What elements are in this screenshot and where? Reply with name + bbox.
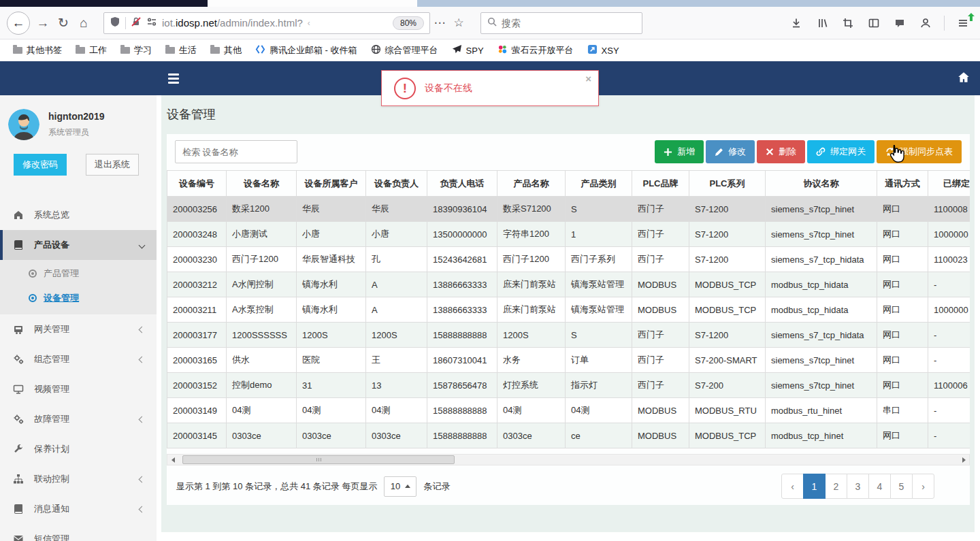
bookmark-spy[interactable]: SPY — [447, 42, 489, 59]
sidebar-item-device-management[interactable]: 设备管理 — [0, 286, 157, 310]
page-2[interactable]: 2 — [825, 474, 847, 499]
bind-gateway-button[interactable]: 绑定网关 — [807, 140, 875, 163]
forward-button[interactable]: → — [33, 13, 53, 33]
col-bound-gateway[interactable]: 已绑定网关 — [928, 171, 970, 197]
page-prev[interactable]: ‹ — [781, 474, 804, 499]
col-phone[interactable]: 负责人电话 — [427, 171, 497, 197]
screenshot-button[interactable] — [838, 13, 858, 33]
bookmarks-bar: 其他书签 工作 学习 生活 其他 腾讯企业邮箱 - 收件箱 综合管理平台 SPY… — [0, 39, 980, 61]
col-customer[interactable]: 设备所属客户 — [297, 171, 366, 197]
horizontal-scrollbar[interactable] — [167, 454, 970, 465]
cell-owner: A — [366, 297, 427, 323]
back-button[interactable]: ← — [7, 12, 30, 35]
col-comm-method[interactable]: 通讯方式 — [877, 171, 928, 197]
bookmark-work[interactable]: 工作 — [71, 42, 112, 59]
site-permissions-icon[interactable] — [146, 16, 157, 30]
bookmark-other[interactable]: 其他书签 — [8, 42, 67, 59]
downloads-button[interactable] — [786, 13, 806, 33]
bookmark-life[interactable]: 生活 — [161, 42, 201, 59]
sidebar-item-sms-management[interactable]: 短信管理 — [0, 524, 157, 541]
table-row[interactable]: 200003165 供水 医院 王 18607310041 水务 订单 西门子 … — [167, 348, 970, 373]
cell-device-id: 200003212 — [167, 272, 227, 297]
sidebar-toggle-button[interactable] — [168, 71, 180, 85]
col-device-name[interactable]: 设备名称 — [227, 171, 297, 197]
account-button[interactable] — [915, 13, 936, 33]
cell-customer: 31 — [297, 373, 366, 398]
bookmark-ezviz[interactable]: 萤石云开放平台 — [493, 42, 578, 59]
cell-device-name: 1200SSSSSS — [227, 323, 297, 348]
cell-bound-gateway: 1100008 — [928, 197, 970, 222]
browser-search-box[interactable] — [480, 12, 642, 34]
col-device-id[interactable]: 设备编号 — [167, 171, 227, 197]
scrollbar-thumb[interactable] — [182, 455, 455, 464]
insecure-lock-icon[interactable] — [131, 16, 142, 30]
bookmark-tencent-mail[interactable]: 腾讯企业邮箱 - 收件箱 — [250, 42, 362, 59]
bookmark-star-button[interactable]: ☆ — [449, 14, 468, 33]
library-button[interactable] — [812, 13, 832, 33]
add-button[interactable]: 新增 — [655, 140, 704, 163]
sidebars-button[interactable] — [864, 13, 884, 33]
app-menu-button[interactable] — [953, 13, 973, 33]
reader-mode-icon[interactable]: ‹ — [308, 18, 310, 28]
browser-search-input[interactable] — [502, 18, 636, 29]
browser-home-button[interactable]: ⌂ — [74, 13, 94, 33]
page-4[interactable]: 4 — [868, 474, 891, 499]
zoom-level-badge[interactable]: 80% — [393, 16, 424, 30]
sidebar-item-configuration-management[interactable]: 组态管理 — [0, 344, 157, 374]
table-row[interactable]: 200003256 数采1200 华辰 华辰 18390936104 数采S71… — [167, 197, 970, 222]
alert-close-button[interactable]: × — [585, 73, 591, 84]
tracking-shield-icon[interactable] — [110, 16, 120, 30]
device-search-input[interactable] — [175, 140, 297, 163]
scroll-left-arrow[interactable] — [167, 455, 178, 465]
bookmark-label: 萤石云开放平台 — [512, 44, 574, 56]
logout-button[interactable]: 退出系统 — [86, 154, 139, 176]
table-row[interactable]: 200003152 控制demo 31 13 15878656478 灯控系统 … — [167, 373, 970, 398]
cell-protocol: siemens_s7_tcp_hidata — [766, 323, 877, 348]
table-row[interactable]: 200003145 0303ce 0303ce 0303ce 158888888… — [167, 423, 970, 448]
change-password-button[interactable]: 修改密码 — [14, 154, 67, 176]
table-row[interactable]: 200003149 04测 04测 04测 15888888888 04测 04… — [167, 398, 970, 423]
bookmark-study[interactable]: 学习 — [116, 42, 157, 59]
url-bar[interactable]: iot.idosp.net/admin/index.html? ‹ 80% — [103, 12, 430, 34]
sidebar-item-system-overview[interactable]: 系统总览 — [0, 200, 157, 230]
sidebar-item-maintenance-plan[interactable]: 保养计划 — [0, 434, 157, 464]
reload-button[interactable]: ↻ — [53, 13, 74, 33]
sidebar-item-linkage-control[interactable]: 联动控制 — [0, 464, 157, 494]
sidebar-item-product-device[interactable]: 产品设备 — [0, 230, 157, 260]
sidebar-item-product-management[interactable]: 产品管理 — [0, 261, 157, 286]
col-plc-series[interactable]: PLC系列 — [689, 171, 766, 197]
scroll-right-arrow[interactable] — [958, 455, 969, 465]
sidebar-item-fault-management[interactable]: 故障管理 — [0, 404, 157, 434]
page-5[interactable]: 5 — [890, 474, 913, 499]
table-row[interactable]: 200003248 小唐测试 小唐 小唐 13500000000 字符串1200… — [167, 222, 970, 247]
col-plc-brand[interactable]: PLC品牌 — [632, 171, 689, 197]
sidebar-item-video-management[interactable]: 视频管理 — [0, 374, 157, 404]
col-product-name[interactable]: 产品名称 — [497, 171, 566, 197]
bookmark-xsy[interactable]: XSY — [583, 42, 624, 59]
cell-device-name: 数采1200 — [227, 197, 297, 222]
cell-comm-method: 网口 — [877, 323, 928, 348]
bookmark-misc[interactable]: 其他 — [206, 42, 246, 59]
table-row[interactable]: 200003230 西门子1200 华辰智通科技 孔 15243642681 西… — [167, 247, 970, 272]
app-home-button[interactable] — [957, 71, 970, 87]
page-size-dropdown[interactable]: 10 — [384, 476, 416, 497]
cell-product-category: S — [566, 197, 632, 222]
table-row[interactable]: 200003212 A水闸控制 镇海水利 A 13886663333 庶来门前泵… — [167, 272, 970, 297]
col-product-category[interactable]: 产品类别 — [566, 171, 632, 197]
page-3[interactable]: 3 — [847, 474, 869, 499]
bookmark-mgmt-platform[interactable]: 综合管理平台 — [366, 42, 443, 59]
page-next[interactable]: › — [912, 474, 934, 499]
menu-label: 视频管理 — [34, 383, 69, 395]
page-1[interactable]: 1 — [803, 474, 826, 499]
chat-button[interactable] — [889, 13, 910, 33]
delete-button[interactable]: 删除 — [757, 140, 805, 163]
sidebar-item-message-notification[interactable]: 消息通知 — [0, 494, 157, 524]
table-row[interactable]: 200003177 1200SSSSSS 1200S 1200S 1588888… — [167, 323, 970, 348]
edit-button[interactable]: 修改 — [706, 140, 755, 163]
col-protocol[interactable]: 协议名称 — [766, 171, 877, 197]
sidebar-item-gateway-management[interactable]: 网关管理 — [0, 314, 157, 344]
table-row[interactable]: 200003211 A水泵控制 镇海水利 A 13886663333 庶来门前泵… — [167, 297, 970, 323]
col-owner[interactable]: 设备负责人 — [366, 171, 427, 197]
cell-plc-brand: 西门子 — [632, 247, 689, 272]
page-actions-button[interactable]: ⋯ — [430, 14, 449, 33]
